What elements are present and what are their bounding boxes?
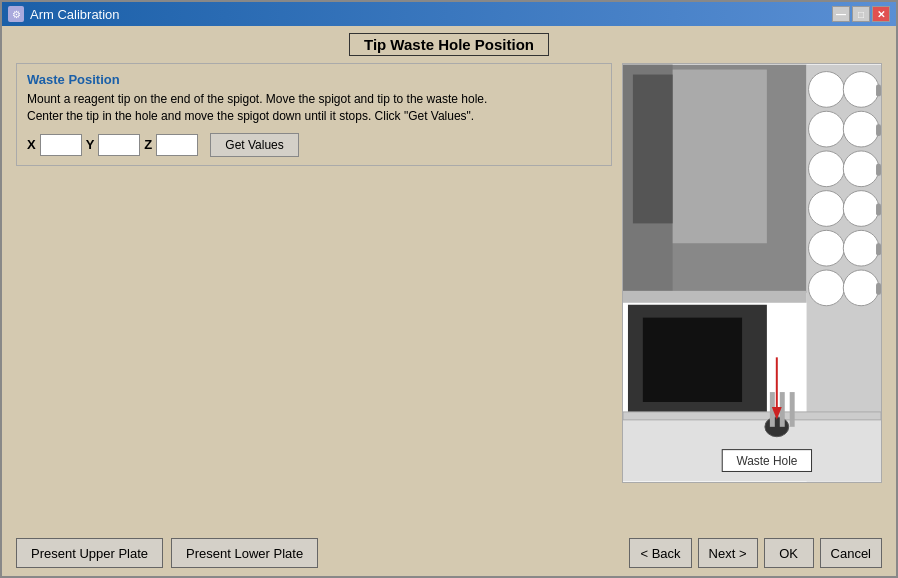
svg-point-11 <box>843 151 879 187</box>
svg-rect-21 <box>876 204 881 216</box>
svg-point-17 <box>843 270 879 306</box>
svg-point-14 <box>809 230 845 266</box>
svg-point-16 <box>809 270 845 306</box>
svg-point-10 <box>809 151 845 187</box>
y-input[interactable] <box>98 134 140 156</box>
coords-row: X Y Z Get Values <box>27 133 601 157</box>
page-title: Tip Waste Hole Position <box>349 33 549 56</box>
svg-point-12 <box>809 191 845 227</box>
svg-rect-18 <box>876 84 881 96</box>
diagram-container: Waste Hole <box>622 63 882 483</box>
present-lower-plate-button[interactable]: Present Lower Plate <box>171 538 318 568</box>
present-upper-plate-button[interactable]: Present Upper Plate <box>16 538 163 568</box>
cancel-button[interactable]: Cancel <box>820 538 882 568</box>
svg-rect-4 <box>633 75 673 224</box>
right-panel: Waste Hole <box>622 63 882 532</box>
svg-point-13 <box>843 191 879 227</box>
main-area: Waste Position Mount a reagent tip on th… <box>16 63 882 532</box>
z-input[interactable] <box>156 134 198 156</box>
svg-rect-24 <box>623 291 807 303</box>
svg-rect-20 <box>876 164 881 176</box>
window-title: Arm Calibration <box>30 7 120 22</box>
close-button[interactable]: ✕ <box>872 6 890 22</box>
title-bar-buttons: — □ ✕ <box>832 6 890 22</box>
content-area: Tip Waste Hole Position Waste Position M… <box>2 26 896 576</box>
svg-point-15 <box>843 230 879 266</box>
z-label: Z <box>144 137 152 152</box>
svg-rect-22 <box>876 243 881 255</box>
next-button[interactable]: Next > <box>698 538 758 568</box>
title-bar-left: ⚙ Arm Calibration <box>8 6 120 22</box>
window: ⚙ Arm Calibration — □ ✕ Tip Waste Hole P… <box>0 0 898 578</box>
svg-point-8 <box>809 111 845 147</box>
bottom-bar: Present Upper Plate Present Lower Plate … <box>16 532 882 570</box>
minimize-button[interactable]: — <box>832 6 850 22</box>
diagram-svg: Waste Hole <box>623 64 881 482</box>
info-box: Waste Position Mount a reagent tip on th… <box>16 63 612 166</box>
maximize-button[interactable]: □ <box>852 6 870 22</box>
svg-rect-19 <box>876 124 881 136</box>
left-panel: Waste Position Mount a reagent tip on th… <box>16 63 612 532</box>
svg-rect-32 <box>790 392 795 427</box>
svg-point-9 <box>843 111 879 147</box>
x-input[interactable] <box>40 134 82 156</box>
bottom-left-buttons: Present Upper Plate Present Lower Plate <box>16 538 318 568</box>
svg-rect-28 <box>623 412 881 420</box>
page-title-container: Tip Waste Hole Position <box>16 36 882 53</box>
svg-rect-26 <box>643 318 742 402</box>
y-label: Y <box>86 137 95 152</box>
svg-point-7 <box>843 72 879 108</box>
app-icon: ⚙ <box>8 6 24 22</box>
instructions: Mount a reagent tip on the end of the sp… <box>27 91 601 125</box>
title-bar: ⚙ Arm Calibration — □ ✕ <box>2 2 896 26</box>
svg-point-29 <box>765 417 789 437</box>
svg-rect-23 <box>876 283 881 295</box>
back-button[interactable]: < Back <box>629 538 691 568</box>
svg-text:Waste Hole: Waste Hole <box>736 454 797 468</box>
section-title: Waste Position <box>27 72 601 87</box>
get-values-button[interactable]: Get Values <box>210 133 298 157</box>
bottom-right-buttons: < Back Next > OK Cancel <box>629 538 882 568</box>
ok-button[interactable]: OK <box>764 538 814 568</box>
x-label: X <box>27 137 36 152</box>
svg-point-6 <box>809 72 845 108</box>
